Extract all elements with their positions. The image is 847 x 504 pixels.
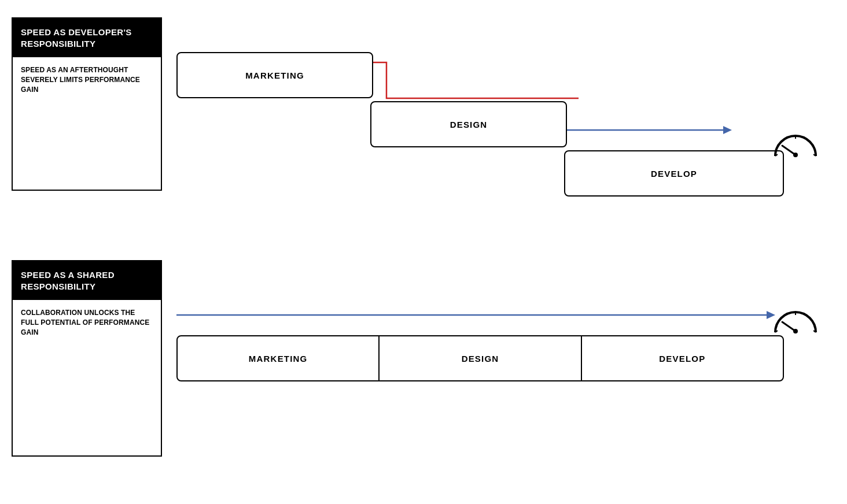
box-marketing-bottom: MARKETING	[178, 336, 380, 380]
box-design-top: DESIGN	[370, 101, 567, 147]
blue-arrow-bottom	[176, 303, 784, 327]
diagram-container: SPEED AS DEVELOPER'S RESPONSIBILITY SPEE…	[0, 0, 847, 504]
box-marketing-top: MARKETING	[176, 52, 373, 98]
svg-point-6	[793, 153, 798, 157]
card-top-body: SPEED AS AN AFTERTHOUGHT SEVERELY LIMITS…	[13, 57, 161, 102]
speedometer-bottom	[769, 298, 822, 346]
box-develop-top: DEVELOP	[564, 150, 784, 197]
card-top: SPEED AS DEVELOPER'S RESPONSIBILITY SPEE…	[12, 17, 162, 191]
card-top-header: SPEED AS DEVELOPER'S RESPONSIBILITY	[13, 18, 161, 57]
section-bottom: SPEED AS A SHARED RESPONSIBILITY COLLABO…	[12, 260, 833, 480]
svg-marker-1	[723, 126, 732, 134]
section-top: SPEED AS DEVELOPER'S RESPONSIBILITY SPEE…	[12, 17, 833, 237]
card-bottom: SPEED AS A SHARED RESPONSIBILITY COLLABO…	[12, 260, 162, 457]
svg-point-13	[793, 329, 798, 333]
speedometer-top	[769, 121, 822, 170]
box-develop-bottom: DEVELOP	[582, 336, 783, 380]
card-bottom-header: SPEED AS A SHARED RESPONSIBILITY	[13, 261, 161, 300]
svg-line-5	[782, 146, 796, 155]
svg-line-12	[782, 322, 796, 331]
box-design-bottom: DESIGN	[380, 336, 581, 380]
card-bottom-body: COLLABORATION UNLOCKS THE FULL POTENTIAL…	[13, 300, 161, 345]
blue-arrow-top	[567, 118, 735, 142]
boxes-row-bottom: MARKETING DESIGN DEVELOP	[176, 335, 784, 381]
